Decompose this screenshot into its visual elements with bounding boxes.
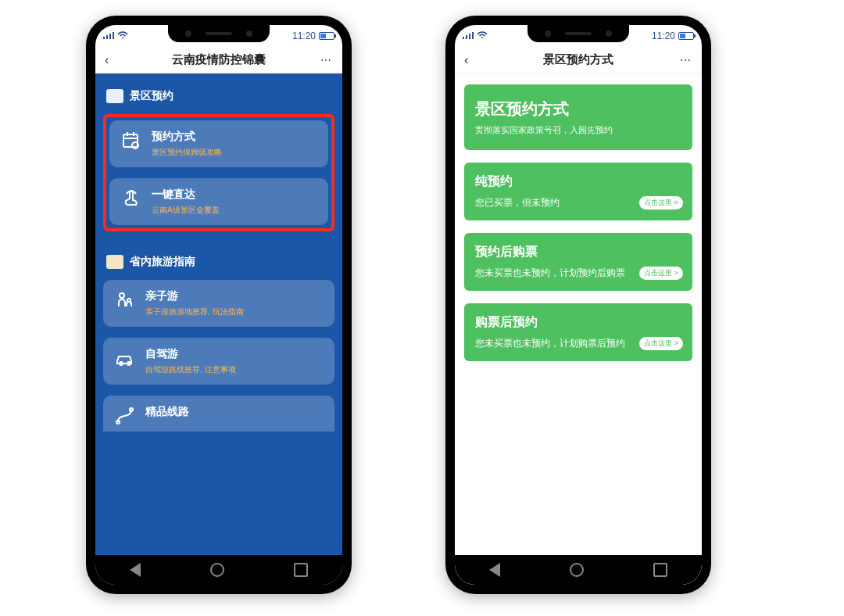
battery-icon — [319, 32, 334, 40]
nav-back-button[interactable] — [130, 563, 141, 577]
battery-icon — [678, 32, 694, 40]
card-subtitle: 景区预约保姆级攻略 — [152, 147, 222, 158]
android-nav-bar — [455, 555, 702, 585]
page-title: 景区预约方式 — [543, 52, 613, 67]
wifi-icon — [117, 30, 128, 41]
section-title: 省内旅游指南 — [130, 255, 195, 269]
nav-back-button[interactable] — [489, 563, 500, 577]
svg-rect-17 — [466, 35, 467, 39]
guide-section-icon — [106, 255, 123, 269]
hero-title: 景区预约方式 — [475, 98, 681, 120]
svg-rect-3 — [113, 32, 114, 39]
status-time: 11:20 — [652, 30, 675, 41]
nav-home-button[interactable] — [210, 563, 224, 577]
content-left: 景区预约 预约方式 景区预约保姆级攻略 — [95, 73, 342, 585]
svg-point-10 — [120, 293, 124, 298]
section-head-guide: 省内旅游指南 — [106, 255, 334, 269]
svg-rect-19 — [472, 32, 474, 39]
app-header: ‹ 景区预约方式 ⋯ — [455, 47, 702, 73]
card-title: 预约方式 — [152, 130, 222, 144]
card-premium-route[interactable]: 精品线路 — [103, 396, 334, 432]
card-family-trip[interactable]: 亲子游 亲子游旅游地推荐, 玩法指南 — [103, 280, 334, 327]
family-icon — [114, 289, 136, 311]
back-button[interactable]: ‹ — [464, 53, 468, 67]
card-one-click[interactable]: 一键直达 云南A级景区全覆盖 — [109, 178, 328, 225]
card-subtitle: 亲子游旅游地推荐, 玩法指南 — [145, 306, 244, 317]
section-head-reservation: 景区预约 — [106, 89, 334, 103]
back-button[interactable]: ‹ — [105, 53, 109, 67]
more-button[interactable]: ⋯ — [680, 54, 692, 66]
card-self-drive[interactable]: 自驾游 自驾游路线推荐, 注意事项 — [103, 338, 334, 385]
nav-recent-button[interactable] — [653, 563, 667, 577]
svg-point-20 — [481, 37, 483, 38]
app-header: ‹ 云南疫情防控锦囊 ⋯ — [95, 47, 342, 73]
card-title: 精品线路 — [145, 405, 189, 419]
click-here-pill[interactable]: 点击这里 > — [639, 337, 683, 350]
card-title: 自驾游 — [145, 347, 236, 361]
card-reserve-then-buy[interactable]: 预约后购票 您未买票也未预约，计划预约后购票 点击这里 > — [464, 233, 692, 291]
notch — [528, 25, 629, 42]
notch — [168, 25, 270, 42]
signal-icon — [103, 30, 114, 41]
section-title: 景区预约 — [130, 89, 173, 103]
svg-rect-2 — [109, 34, 111, 39]
svg-rect-0 — [103, 37, 105, 39]
status-time: 11:20 — [292, 30, 316, 41]
highlighted-group: 预约方式 景区预约保姆级攻略 一键直达 云南A级景区全覆盖 — [103, 114, 334, 231]
card-title: 亲子游 — [145, 289, 244, 303]
card-subtitle: 云南A级景区全覆盖 — [152, 205, 220, 216]
page-title: 云南疫情防控锦囊 — [172, 52, 266, 67]
wifi-icon — [477, 30, 488, 41]
click-here-pill[interactable]: 点击这里 > — [639, 267, 683, 280]
phone-left: 11:20 ‹ 云南疫情防控锦囊 ⋯ 景区预约 预约方式 — [86, 16, 352, 594]
signal-icon — [463, 30, 474, 41]
svg-rect-16 — [463, 37, 464, 39]
svg-point-4 — [122, 37, 123, 38]
hero-subtitle: 贯彻落实国家政策号召，入园先预约 — [475, 124, 681, 136]
screen-right: 11:20 ‹ 景区预约方式 ⋯ 景区预约方式 贯彻落实国家政策号召，入园先预约… — [455, 25, 702, 585]
svg-rect-18 — [469, 34, 470, 39]
content-right: 景区预约方式 贯彻落实国家政策号召，入园先预约 纯预约 您已买票，但未预约 点击… — [455, 73, 702, 585]
click-here-pill[interactable]: 点击这里 > — [639, 196, 683, 210]
card-reservation-method[interactable]: 预约方式 景区预约保姆级攻略 — [109, 120, 328, 167]
card-subtitle: 自驾游路线推荐, 注意事项 — [145, 364, 236, 375]
nav-recent-button[interactable] — [294, 563, 308, 577]
nav-home-button[interactable] — [570, 563, 584, 577]
phone-right: 11:20 ‹ 景区预约方式 ⋯ 景区预约方式 贯彻落实国家政策号召，入园先预约… — [445, 16, 711, 594]
android-nav-bar — [95, 555, 342, 585]
reservation-section-icon — [106, 89, 123, 103]
screen-left: 11:20 ‹ 云南疫情防控锦囊 ⋯ 景区预约 预约方式 — [95, 25, 342, 585]
calendar-icon — [120, 130, 142, 152]
card-pure-reservation[interactable]: 纯预约 您已买票，但未预约 点击这里 > — [464, 163, 692, 220]
car-icon — [114, 347, 136, 369]
route-icon — [114, 405, 136, 427]
hero-card: 景区预约方式 贯彻落实国家政策号召，入园先预约 — [464, 84, 692, 150]
svg-rect-1 — [106, 35, 108, 39]
svg-rect-5 — [123, 134, 138, 147]
more-button[interactable]: ⋯ — [320, 54, 333, 66]
card-title: 纯预约 — [475, 174, 681, 190]
card-title: 一键直达 — [152, 188, 220, 202]
card-title: 购票后预约 — [475, 314, 681, 331]
card-title: 预约后购票 — [475, 244, 681, 260]
tap-icon — [120, 188, 142, 210]
card-buy-then-reserve[interactable]: 购票后预约 您未买票也未预约，计划购票后预约 点击这里 > — [464, 303, 692, 361]
